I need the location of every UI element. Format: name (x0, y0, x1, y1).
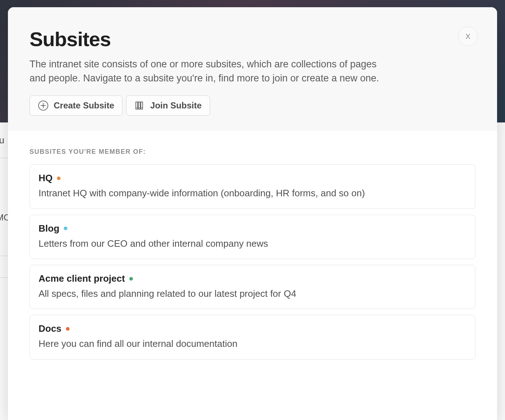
modal-body: SUBSITES YOU'RE MEMBER OF: HQ Intranet H… (8, 131, 497, 374)
subsite-description: Letters from our CEO and other internal … (39, 237, 466, 250)
close-button[interactable]: X (458, 27, 478, 46)
subsite-title: Docs (39, 323, 62, 334)
subsite-card-blog[interactable]: Blog Letters from our CEO and other inte… (30, 215, 475, 259)
subsite-description: Here you can find all our internal docum… (39, 337, 466, 350)
status-dot-icon (66, 327, 70, 331)
join-subsite-button[interactable]: Join Subsite (126, 95, 210, 116)
subsite-card-hq[interactable]: HQ Intranet HQ with company-wide informa… (30, 164, 475, 209)
status-dot-icon (64, 227, 67, 230)
plus-circle-icon (38, 100, 49, 111)
subsite-list: HQ Intranet HQ with company-wide informa… (30, 164, 475, 359)
create-subsite-button[interactable]: Create Subsite (30, 95, 122, 116)
subsite-title: HQ (39, 173, 53, 184)
modal-title: Subsites (30, 27, 475, 51)
join-subsite-label: Join Subsite (150, 100, 202, 111)
close-icon: X (465, 32, 470, 41)
subsite-title-row: Blog (39, 223, 466, 234)
status-dot-icon (57, 177, 61, 180)
subsites-modal: X Subsites The intranet site consists of… (8, 7, 497, 420)
section-label: SUBSITES YOU'RE MEMBER OF: (30, 148, 475, 156)
status-dot-icon (129, 277, 133, 281)
subsite-title: Blog (39, 223, 59, 234)
modal-header: X Subsites The intranet site consists of… (8, 7, 497, 131)
modal-description: The intranet site consists of one or mor… (30, 57, 392, 85)
subsite-title-row: Docs (39, 323, 466, 334)
subsite-title-row: HQ (39, 173, 466, 184)
subsite-card-docs[interactable]: Docs Here you can find all our internal … (30, 315, 475, 359)
library-icon (134, 100, 145, 111)
background-text-fragment: ct u (0, 135, 4, 146)
subsite-card-acme[interactable]: Acme client project All specs, files and… (30, 265, 475, 309)
subsite-description: Intranet HQ with company-wide informatio… (39, 187, 466, 200)
subsite-description: All specs, files and planning related to… (39, 287, 466, 300)
create-subsite-label: Create Subsite (54, 100, 114, 111)
subsite-title: Acme client project (39, 273, 125, 284)
subsite-title-row: Acme client project (39, 273, 466, 284)
modal-actions: Create Subsite Join Subsite (30, 95, 475, 116)
